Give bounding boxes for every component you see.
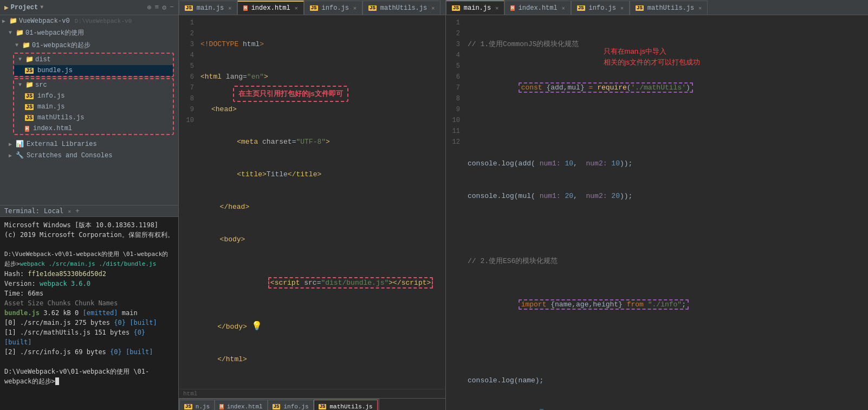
tree-folder-src[interactable]: ▼ 📁 src [14,79,173,91]
folder-icon: 📁 [9,17,17,25]
terminal-content: Microsoft Windows [版本 10.0.18363.1198] (… [0,217,178,389]
js-icon: JS [185,5,193,11]
code-line-c4: console.log(add( num1: 10, num2: 10)); [468,158,866,169]
terminal-line: Time: 66ms [4,289,174,298]
terminal-line [4,240,174,249]
collapse-icon[interactable]: ≡ [155,3,159,12]
tab-mathutils-right[interactable]: JS mathUtils.js ✕ [630,1,708,15]
file-label: bundle.js [37,67,73,74]
root-label: VueWebpack-v0 [19,17,70,25]
tab-close[interactable]: ✕ [295,5,298,11]
add-icon[interactable]: ⊕ [147,3,152,12]
folder-icon: ▶ [4,3,9,12]
project-tree: ▶ 📁 VueWebpack-v0 D:\VueWebpack-v0 ▼ 📁 0… [0,15,178,205]
js-file-icon: JS [25,104,34,110]
tree-file-bundle[interactable]: JS bundle.js [14,65,173,76]
folder-icon: 📁 [22,41,30,49]
code-line-c2: const {add,mul} = require('./mathUtils') [468,72,866,104]
terminal-line: [1] ./src/mathUtils.js 151 bytes {0} [bu… [4,328,174,347]
main-js-code[interactable]: // 1.使用CommonJS的模块化规范 const {add,mul} = … [465,15,868,410]
tab-close[interactable]: ✕ [431,5,435,11]
code-line-1: <!DOCTYPE html> [200,39,443,50]
tree-file-index-html[interactable]: H index.html [14,123,173,134]
code-line-6: </head> [200,202,443,213]
terminal-line: Microsoft Windows [版本 10.0.18363.1198] [4,220,174,230]
breadcrumb: html [179,389,445,398]
editor-bottom-section: JS n.js H index.html JS info.js JS mathU… [179,399,445,410]
tree-file-info[interactable]: JS info.js [14,91,173,101]
terminal-line: [2] ./src/info.js 69 bytes {0} [built] [4,347,174,357]
tab-close[interactable]: ✕ [228,5,231,11]
tab-label: mathUtils.js [380,4,427,12]
terminal-add-tab[interactable]: + [75,207,79,215]
editor-main-js: JS main.js ✕ H index.html ✕ JS info.js ✕… [445,0,868,410]
tab-label: index.html [251,4,290,12]
tree-file-mathutils[interactable]: JS mathUtils.js [14,112,173,123]
tree-folder-webpack-use[interactable]: ▼ 📁 01-webpack的使用 [0,27,178,39]
js-file-icon: JS [25,68,34,74]
tree-external-libs[interactable]: ▶ 📊 External Libraries [0,136,178,150]
tab-label: main.js [197,4,224,12]
tree-root[interactable]: ▶ 📁 VueWebpack-v0 D:\VueWebpack-v0 [0,15,178,27]
tab-info-js-right[interactable]: JS info.js ✕ [571,1,630,15]
dropdown-icon: ▼ [40,4,43,10]
terminal-line: bundle.js 3.62 kB 0 [emitted] main [4,308,174,318]
tab-main-js-right[interactable]: JS main.js ✕ [446,1,504,15]
terminal-section: Terminal: Local ✕ + Microsoft Windows [版… [0,205,178,410]
code-line-4: <meta charset="UTF-8"> [200,137,443,148]
tab-n-js[interactable]: JS n.js [179,400,215,410]
code-line-5: <title>Title</title> [200,169,443,180]
chevron-icon: ▶ [2,18,8,24]
annotation-import-note: 只有在man.js中导入 相关的js文件的才可以打包成功 [604,46,700,68]
code-line-8: <script src="dist/bundle.js"></script> [200,267,443,299]
close-icon[interactable]: − [170,3,174,12]
settings-icon[interactable]: ⚙ [162,3,166,12]
tree-file-main[interactable]: JS main.js [14,101,173,112]
terminal-prompt[interactable]: D:\VueWebpack-v0\01-webpack的使用 \01-webpa… [4,367,174,386]
tab-close[interactable]: ✕ [353,5,357,11]
tab-index-html-2[interactable]: H index.html [215,400,267,410]
terminal-tab-local[interactable]: Local [44,207,63,215]
editor-tabs: JS main.js ✕ H index.html ✕ JS info.js ✕… [179,0,445,15]
folder-icon: 📁 [16,29,24,37]
tab-info-js-2[interactable]: JS info.js [268,400,314,410]
code-line-9: </body> 💡 [200,321,443,332]
tree-scratches[interactable]: ▶ 🔧 Scratches and Consoles [0,150,178,161]
code-line-c11: console.log(age);| [468,408,866,410]
js-icon: JS [310,5,318,11]
html-file-icon: H [25,126,29,132]
folder-icon: 📁 [25,81,34,89]
tab-info-js[interactable]: JS info.js ✕ [304,1,362,15]
terminal-line: Version: webpack 3.6.0 [4,279,174,289]
code-line-10: </html> [200,354,443,365]
tab-label: info.js [322,4,349,12]
libs-icon: 📊 [16,140,24,148]
code-content[interactable]: <!DOCTYPE html> <html lang="en"> <head> … [198,15,445,389]
code-line-3: <head> [200,104,443,115]
editor-mathutils: JS n.js H index.html JS info.js JS mathU… [179,399,379,410]
tab-index-html-right[interactable]: H index.html ✕ [504,1,571,15]
terminal-line [4,357,174,367]
code-line-c10: console.log(name); [468,375,866,386]
libs-label: External Libraries [27,140,97,148]
tab-mathutils-2[interactable]: JS mathUtils.js [314,400,378,410]
terminal-line: Hash: ff1e1dea85330b6d50d2 [4,269,174,279]
code-line-c5: console.log(mul( num1: 20, num2: 20)); [468,191,866,202]
tree-folder-webpack-start[interactable]: ▼ 📁 01-webpack的起步 [0,39,178,52]
file-label: index.html [33,125,72,132]
file-label: mathUtils.js [37,114,84,121]
root-path: D:\VueWebpack-v0 [75,18,132,24]
terminal-close-icon[interactable]: ✕ [68,208,71,214]
folder-label: src [35,81,47,89]
right-editor-tabs: JS main.js ✕ H index.html ✕ JS info.js ✕… [446,0,868,15]
terminal-line: (c) 2019 Microsoft Corporation。保留所有权利。 [4,230,174,240]
tab-main-js[interactable]: JS main.js ✕ [179,1,237,15]
tab-index-html[interactable]: H index.html ✕ [237,1,303,15]
folder-label: dist [35,56,51,63]
html-icon: H [243,5,247,11]
code-line-2: <html lang="en"> [200,72,443,82]
tab-mathutils-js[interactable]: JS mathUtils.js ✕ [362,1,441,15]
tree-folder-dist[interactable]: ▼ 📁 dist [14,54,173,65]
code-line-c3 [468,126,866,137]
file-label: info.js [37,92,64,100]
